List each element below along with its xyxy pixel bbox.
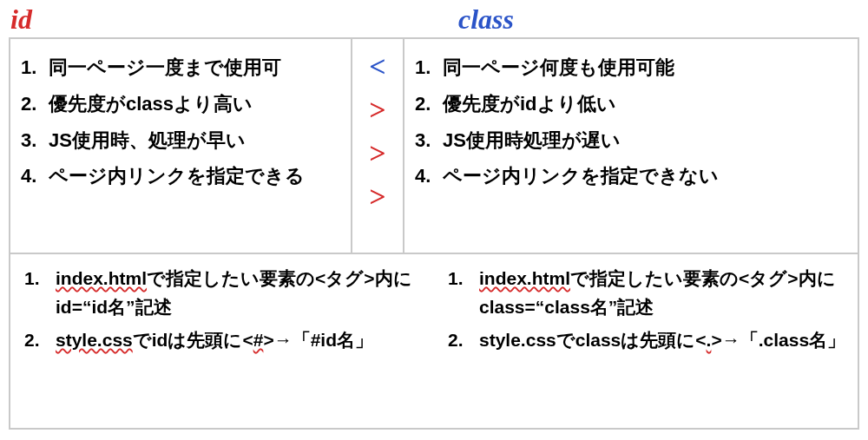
list-item: 2.優先度がidより低い <box>410 86 852 122</box>
id-howto-list: 1. index.htmlで指定したい要素の<タグ>内にid=“id名”記述 2… <box>16 265 429 355</box>
comparison-arrows-cell: < > > > <box>352 39 404 253</box>
comparison-table: 1.同一ページ一度まで使用可 2.優先度がclassより高い 3.JS使用時、処… <box>9 37 859 430</box>
header-id: id <box>10 3 444 36</box>
list-item: 4.ページ内リンクを指定できる <box>16 158 345 194</box>
list-item: 4.ページ内リンクを指定できない <box>410 158 852 194</box>
list-item: 3.JS使用時、処理が早い <box>16 122 345 159</box>
list-item: 1. index.htmlで指定したい要素の<タグ>内にid=“id名”記述 <box>16 265 429 321</box>
list-item: 2. style.cssでclassは先頭に<.>→「.class名」 <box>439 326 852 355</box>
class-features-cell: 1.同一ページ何度も使用可能 2.優先度がidより低い 3.JS使用時処理が遅い… <box>404 39 858 253</box>
id-features-list: 1.同一ページ一度まで使用可 2.優先度がclassより高い 3.JS使用時、処… <box>16 49 345 194</box>
features-row: 1.同一ページ一度まで使用可 2.優先度がclassより高い 3.JS使用時、処… <box>10 39 858 254</box>
id-howto-cell: 1. index.htmlで指定したい要素の<タグ>内にid=“id名”記述 2… <box>10 254 434 428</box>
list-item: 1. index.htmlで指定したい要素の<タグ>内にclass=“class… <box>439 265 852 321</box>
howto-row: 1. index.htmlで指定したい要素の<タグ>内にid=“id名”記述 2… <box>10 254 858 428</box>
class-features-list: 1.同一ページ何度も使用可能 2.優先度がidより低い 3.JS使用時処理が遅い… <box>410 49 852 194</box>
column-headers: id class <box>0 0 868 37</box>
compare-arrow-icon: > <box>369 180 385 214</box>
compare-arrow-icon: > <box>369 93 385 128</box>
compare-arrow-icon: < <box>369 49 385 84</box>
class-howto-cell: 1. index.htmlで指定したい要素の<タグ>内にclass=“class… <box>434 254 858 428</box>
list-item: 1.同一ページ一度まで使用可 <box>16 49 345 86</box>
class-howto-list: 1. index.htmlで指定したい要素の<タグ>内にclass=“class… <box>439 265 852 355</box>
list-item: 2.優先度がclassより高い <box>16 86 345 122</box>
list-item: 3.JS使用時処理が遅い <box>410 122 852 159</box>
id-features-cell: 1.同一ページ一度まで使用可 2.優先度がclassより高い 3.JS使用時、処… <box>10 39 352 253</box>
compare-arrow-icon: > <box>369 136 385 171</box>
header-class: class <box>444 3 514 36</box>
list-item: 1.同一ページ何度も使用可能 <box>410 49 852 86</box>
list-item: 2. style.cssでidは先頭に<#>→「#id名」 <box>16 326 429 355</box>
